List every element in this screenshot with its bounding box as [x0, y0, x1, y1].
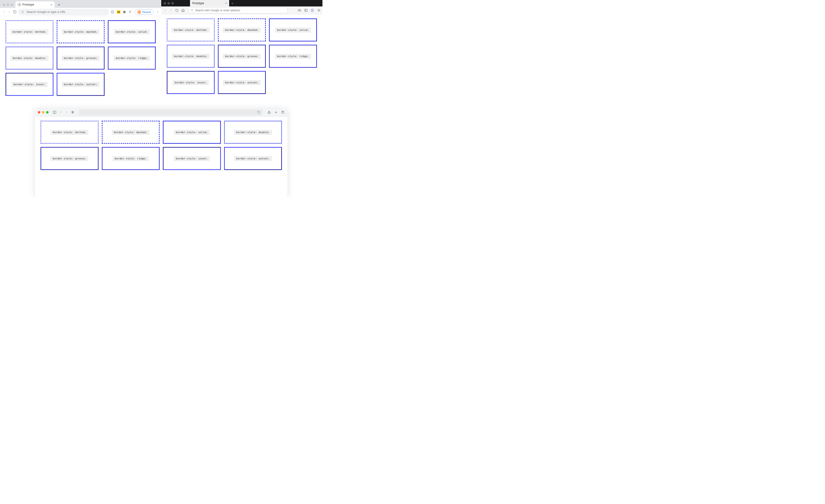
border-demo-box: border-style: ridge;	[269, 45, 317, 68]
border-demo-box: border-style: ridge;	[108, 47, 156, 70]
border-style-grid: border-style: dotted;border-style: dashe…	[161, 14, 322, 98]
border-demo-box: border-style: solid;	[108, 20, 156, 43]
border-demo-box: border-style: outset;	[224, 147, 282, 170]
address-bar[interactable]	[18, 9, 109, 15]
hamburger-menu-icon[interactable]	[317, 8, 321, 12]
minimize-dot[interactable]	[42, 111, 45, 114]
back-icon[interactable]	[59, 111, 62, 114]
avatar-icon	[137, 10, 141, 14]
firefox-toolbar	[161, 6, 322, 14]
svg-rect-6	[304, 9, 307, 11]
info-icon[interactable]	[111, 10, 115, 14]
border-demo-box: border-style: ridge;	[102, 147, 160, 170]
reload-icon[interactable]	[175, 8, 179, 12]
browser-tab[interactable]: Prototype ×	[15, 1, 55, 8]
border-style-label: border-style: dotted;	[172, 28, 209, 32]
border-style-label: border-style: double;	[11, 56, 48, 61]
border-style-label: border-style: groove;	[51, 156, 88, 161]
account-icon[interactable]	[310, 8, 314, 12]
close-icon[interactable]: ×	[51, 3, 52, 6]
page-content: border-style: dotted;border-style: dashe…	[0, 16, 161, 108]
tab-title: Prototype	[192, 2, 204, 5]
chrome-tab-strip: Prototype × +	[0, 0, 161, 8]
back-icon[interactable]	[2, 10, 6, 14]
chrome-toolbar: JS Paused	[0, 8, 161, 16]
omnibox-input[interactable]	[26, 10, 106, 14]
reading-list-icon[interactable]	[129, 10, 133, 14]
profile-chip[interactable]: Paused	[135, 9, 153, 15]
forward-icon[interactable]	[7, 10, 11, 14]
minimize-dot[interactable]	[7, 3, 9, 6]
border-demo-box: border-style: dashed;	[57, 20, 104, 43]
address-bar[interactable]	[189, 7, 287, 13]
border-style-label: border-style: ridge;	[275, 54, 311, 59]
border-demo-box: border-style: groove;	[41, 147, 98, 170]
toolbar-right	[267, 111, 285, 114]
close-dot[interactable]	[3, 3, 5, 6]
svg-point-5	[191, 9, 193, 11]
border-style-label: border-style: dashed;	[112, 130, 149, 135]
close-dot[interactable]	[163, 2, 166, 5]
maximize-dot[interactable]	[11, 3, 13, 6]
border-demo-box: border-style: dashed;	[102, 121, 160, 144]
border-demo-box: border-style: groove;	[57, 47, 104, 70]
close-icon[interactable]: ×	[225, 2, 227, 5]
border-style-grid: border-style: dotted;border-style: dashe…	[0, 16, 161, 100]
tabs-icon[interactable]	[281, 111, 285, 114]
maximize-dot[interactable]	[46, 111, 49, 114]
chrome-window: Prototype × + JS	[0, 0, 161, 108]
address-bar[interactable]	[79, 110, 262, 116]
border-demo-box: border-style: outset;	[218, 71, 266, 94]
border-style-label: border-style: dashed;	[62, 29, 99, 34]
page-content: border-style: dotted;border-style: dashe…	[161, 14, 322, 108]
browser-tab[interactable]: Prototype ×	[190, 0, 229, 6]
border-style-label: border-style: inset;	[174, 156, 210, 161]
new-tab-button[interactable]: +	[56, 2, 62, 8]
border-demo-box: border-style: double;	[167, 45, 215, 68]
traffic-lights	[161, 0, 176, 6]
border-demo-box: border-style: dotted;	[6, 20, 54, 43]
forward-icon[interactable]	[65, 111, 68, 114]
search-icon	[191, 9, 193, 12]
border-demo-box: border-style: inset;	[167, 71, 215, 94]
close-dot[interactable]	[38, 111, 40, 114]
extensions-icon[interactable]	[123, 10, 127, 14]
reload-icon[interactable]	[257, 111, 260, 114]
border-demo-box: border-style: double;	[6, 47, 54, 70]
svg-point-4	[157, 13, 158, 13]
shield-icon[interactable]	[71, 111, 74, 114]
url-input[interactable]	[195, 8, 285, 12]
js-extension-icon[interactable]: JS	[117, 10, 121, 14]
toolbar-right	[298, 8, 321, 12]
new-tab-icon[interactable]	[274, 111, 278, 114]
border-style-label: border-style: dotted;	[51, 130, 88, 135]
traffic-lights	[2, 3, 14, 8]
share-icon[interactable]	[267, 111, 271, 114]
svg-point-2	[157, 11, 158, 11]
minimize-dot[interactable]	[167, 2, 170, 5]
home-icon[interactable]	[181, 8, 185, 12]
safari-window: border-style: dotted;border-style: dashe…	[35, 108, 287, 197]
border-style-label: border-style: ridge;	[114, 56, 150, 61]
reload-icon[interactable]	[13, 10, 17, 14]
kebab-menu-icon[interactable]	[156, 10, 159, 14]
maximize-dot[interactable]	[171, 2, 174, 5]
svg-point-3	[157, 12, 158, 12]
library-icon[interactable]	[298, 8, 301, 12]
globe-icon	[18, 3, 21, 6]
border-demo-box: border-style: inset;	[6, 73, 54, 96]
sidebar-icon[interactable]	[304, 8, 308, 12]
border-style-label: border-style: solid;	[114, 29, 150, 34]
forward-icon[interactable]	[169, 8, 173, 12]
new-tab-button[interactable]: +	[229, 0, 236, 6]
border-style-label: border-style: outset;	[62, 82, 99, 87]
border-demo-box: border-style: dotted;	[167, 18, 215, 42]
border-style-label: border-style: ridge;	[112, 156, 149, 161]
sidebar-icon[interactable]	[53, 111, 57, 114]
back-icon[interactable]	[163, 8, 167, 12]
border-style-label: border-style: double;	[172, 54, 209, 59]
safari-toolbar	[35, 108, 287, 117]
border-style-label: border-style: inset;	[11, 82, 48, 87]
border-demo-box: border-style: dashed;	[218, 18, 266, 42]
border-demo-box: border-style: groove;	[218, 45, 266, 68]
